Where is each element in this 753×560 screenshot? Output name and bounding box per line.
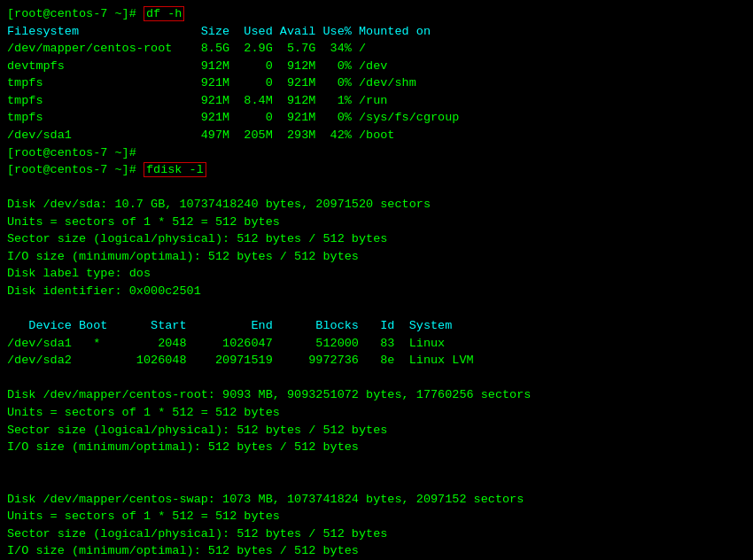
terminal-line — [7, 369, 746, 387]
command: df -h — [144, 6, 185, 21]
terminal-line: Disk /dev/sda: 10.7 GB, 10737418240 byte… — [7, 196, 746, 214]
terminal-line: Disk /dev/mapper/centos-swap: 1073 MB, 1… — [7, 491, 746, 509]
terminal-line: /dev/sda1 * 2048 1026047 512000 83 Linux — [7, 335, 746, 353]
terminal-line: Disk identifier: 0x000c2501 — [7, 283, 746, 300]
terminal-line: devtmpfs 912M 0 912M 0% /dev — [7, 58, 746, 75]
terminal-line: I/O size (minimum/optimal): 512 bytes / … — [7, 439, 746, 456]
terminal-line: Device Boot Start End Blocks Id System — [7, 317, 746, 335]
terminal-line — [7, 300, 746, 318]
terminal-line: Units = sectors of 1 * 512 = 512 bytes — [7, 508, 746, 525]
terminal-line: Filesystem Size Used Avail Use% Mounted … — [7, 23, 746, 41]
terminal-line: Disk /dev/mapper/centos-root: 9093 MB, 9… — [7, 386, 746, 404]
terminal-line: tmpfs 921M 0 921M 0% /sys/fs/cgroup — [7, 109, 746, 127]
terminal-line — [7, 473, 746, 491]
terminal-line: Sector size (logical/physical): 512 byte… — [7, 230, 746, 248]
terminal-line: Sector size (logical/physical): 512 byte… — [7, 525, 746, 543]
terminal-line: [root@centos-7 ~]# fdisk -l — [7, 161, 746, 179]
terminal-line — [7, 179, 746, 197]
prompt: [root@centos-7 ~] — [7, 7, 129, 20]
command: fdisk -l — [144, 162, 206, 177]
terminal-line: [root@centos-7 ~]# — [7, 144, 746, 162]
terminal-line: /dev/sda2 1026048 20971519 9972736 8e Li… — [7, 352, 746, 369]
prompt: [root@centos-7 ~] — [7, 163, 129, 176]
terminal-line: /dev/mapper/centos-root 8.5G 2.9G 5.7G 3… — [7, 40, 746, 58]
terminal-line: [root@centos-7 ~]# df -h — [7, 5, 746, 23]
terminal-line: I/O size (minimum/optimal): 512 bytes / … — [7, 248, 746, 266]
terminal-line: Sector size (logical/physical): 512 byte… — [7, 422, 746, 439]
terminal-line: /dev/sda1 497M 205M 293M 42% /boot — [7, 127, 746, 144]
terminal-line: I/O size (minimum/optimal): 512 bytes / … — [7, 542, 746, 560]
terminal-line: Units = sectors of 1 * 512 = 512 bytes — [7, 404, 746, 422]
terminal-line: Units = sectors of 1 * 512 = 512 bytes — [7, 214, 746, 231]
terminal-line: Disk label type: dos — [7, 265, 746, 283]
terminal-line: tmpfs 921M 0 921M 0% /dev/shm — [7, 74, 746, 92]
terminal-line: tmpfs 921M 8.4M 912M 1% /run — [7, 92, 746, 110]
terminal: [root@centos-7 ~]# df -hFilesystem Size … — [7, 5, 746, 555]
terminal-line — [7, 456, 746, 474]
